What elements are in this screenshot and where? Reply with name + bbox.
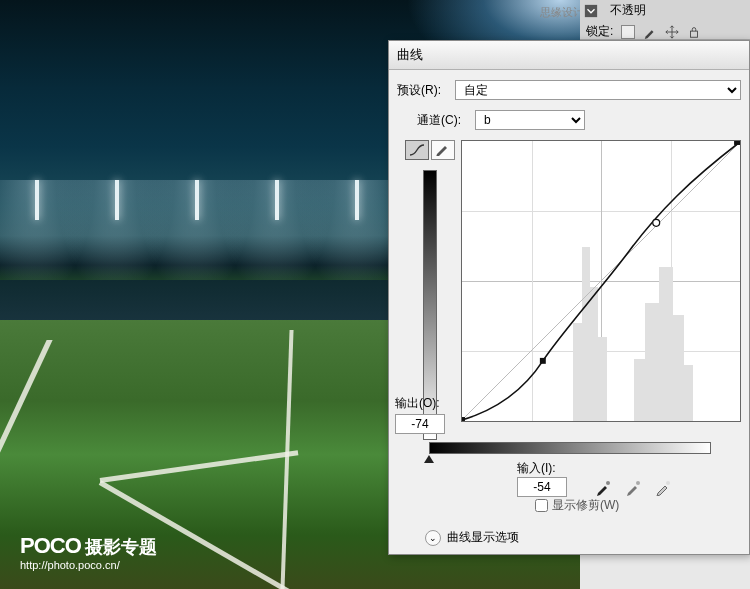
preset-label: 预设(R):	[397, 82, 455, 99]
svg-point-5	[653, 219, 660, 226]
brand-text: 摄影专题	[85, 537, 157, 557]
brand-logo: POCO	[20, 533, 81, 558]
svg-rect-0	[585, 4, 597, 16]
svg-rect-1	[691, 31, 698, 37]
lock-move-icon[interactable]	[665, 25, 679, 39]
dialog-title: 曲线	[389, 41, 749, 70]
output-value-field[interactable]	[395, 414, 445, 434]
curve-mode-button[interactable]	[405, 140, 429, 160]
svg-point-7	[606, 481, 610, 485]
channel-label: 通道(C):	[417, 112, 475, 129]
input-ramp[interactable]	[429, 442, 711, 454]
watermark-bottom: POCO摄影专题 http://photo.poco.cn/	[20, 533, 157, 571]
chevron-down-icon: ⌄	[425, 530, 441, 546]
channel-row: 通道(C): b	[397, 110, 741, 130]
svg-rect-6	[734, 141, 740, 145]
lock-transparency-icon[interactable]	[621, 25, 635, 39]
app-options-bar: 不透明 锁定:	[580, 0, 750, 40]
gray-point-eyedropper-icon[interactable]	[624, 477, 644, 497]
black-point-eyedropper-icon[interactable]	[594, 477, 614, 497]
curve-display-options[interactable]: ⌄ 曲线显示选项	[425, 529, 741, 546]
input-value-field[interactable]	[517, 477, 567, 497]
brand-url: http://photo.poco.cn/	[20, 559, 157, 571]
svg-point-9	[666, 481, 670, 485]
curve-svg	[462, 141, 740, 421]
lock-all-icon[interactable]	[687, 25, 701, 39]
svg-line-2	[462, 142, 740, 420]
svg-rect-4	[540, 358, 546, 364]
show-clipping-input[interactable]	[535, 499, 548, 512]
curves-graph[interactable]	[461, 140, 741, 422]
pencil-mode-button[interactable]	[431, 140, 455, 160]
output-group: 输出(O):	[395, 395, 445, 434]
disclosure-label: 曲线显示选项	[447, 529, 519, 546]
show-clipping-checkbox[interactable]: 显示修剪(W)	[535, 497, 619, 514]
lock-label: 锁定:	[586, 23, 613, 40]
white-point-eyedropper-icon[interactable]	[654, 477, 674, 497]
panel-toggle-icon[interactable]	[584, 4, 598, 18]
output-label: 输出(O):	[395, 395, 445, 412]
svg-point-8	[636, 481, 640, 485]
svg-rect-3	[462, 417, 465, 421]
lock-brush-icon[interactable]	[643, 25, 657, 39]
input-label: 输入(I):	[517, 461, 556, 475]
input-group: 输入(I): 显示修剪(W)	[517, 460, 741, 515]
preset-select[interactable]: 自定	[455, 80, 741, 100]
preset-row: 预设(R): 自定	[397, 80, 741, 100]
curves-dialog: 曲线 预设(R): 自定 通道(C): b	[388, 40, 750, 555]
opacity-label: 不透明	[610, 2, 646, 19]
channel-select[interactable]: b	[475, 110, 585, 130]
show-clipping-label: 显示修剪(W)	[552, 497, 619, 514]
